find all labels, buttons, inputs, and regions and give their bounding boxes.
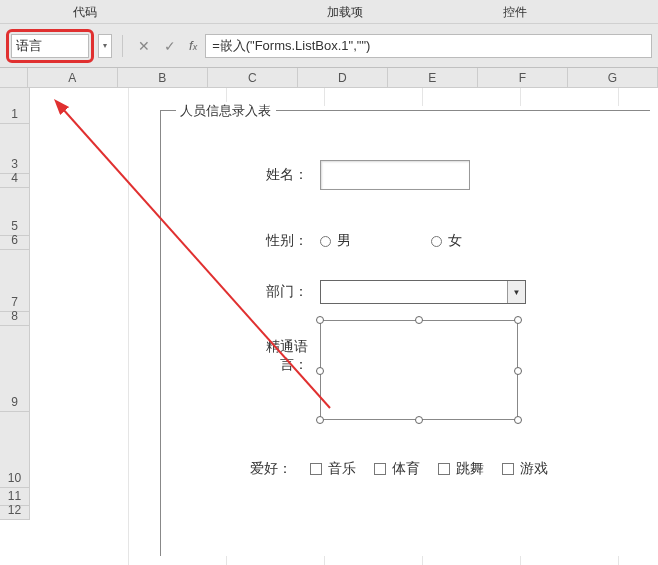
combo-dept[interactable] [320, 280, 526, 304]
formula-input[interactable]: =嵌入("Forms.ListBox.1","") [205, 34, 652, 58]
row-dept: 部门： [242, 280, 526, 304]
resize-handle[interactable] [316, 316, 324, 324]
check-sport-label: 体育 [392, 460, 420, 478]
col-header-A[interactable]: A [28, 68, 118, 87]
cancel-icon[interactable]: ✕ [133, 35, 155, 57]
form-border [276, 110, 650, 111]
row-header-4[interactable]: 4 [0, 174, 30, 188]
checkbox-icon [502, 463, 514, 475]
form-border [160, 110, 161, 556]
check-music-label: 音乐 [328, 460, 356, 478]
input-name[interactable] [320, 160, 470, 190]
resize-handle[interactable] [415, 416, 423, 424]
row-header-6[interactable]: 6 [0, 236, 30, 250]
radio-male[interactable]: 男 [320, 232, 351, 250]
ribbon-tab-addins[interactable]: 加载项 [260, 0, 430, 23]
confirm-icon[interactable]: ✓ [159, 35, 181, 57]
row-lang: 精通语言： [242, 338, 308, 374]
check-music[interactable]: 音乐 [310, 460, 356, 478]
row-name: 姓名： [242, 160, 470, 190]
check-dance[interactable]: 跳舞 [438, 460, 484, 478]
sheet-area: A B C D E F G 13456789101112 人员信息录入表 姓名：… [0, 68, 658, 565]
col-header-B[interactable]: B [118, 68, 208, 87]
label-gender: 性别： [242, 232, 308, 250]
check-dance-label: 跳舞 [456, 460, 484, 478]
radio-icon [431, 236, 442, 247]
row-gender: 性别： 男 女 [242, 232, 462, 250]
gender-group: 男 女 [320, 232, 462, 250]
row-header-12[interactable]: 12 [0, 506, 30, 520]
resize-handle[interactable] [514, 416, 522, 424]
resize-handle[interactable] [316, 416, 324, 424]
ribbon-tabs: 代码 加载项 控件 [0, 0, 658, 24]
radio-male-label: 男 [337, 232, 351, 250]
listbox-language[interactable] [320, 320, 518, 420]
check-game-label: 游戏 [520, 460, 548, 478]
label-hobby: 爱好： [242, 460, 292, 478]
chevron-down-icon: ▾ [103, 41, 107, 50]
row-header-8[interactable]: 8 [0, 312, 30, 326]
ribbon-tab-controls[interactable]: 控件 [430, 0, 600, 23]
radio-female[interactable]: 女 [431, 232, 462, 250]
check-sport[interactable]: 体育 [374, 460, 420, 478]
combo-dept-input[interactable] [321, 281, 507, 303]
column-headers: A B C D E F G [0, 68, 658, 88]
separator [122, 35, 123, 57]
resize-handle[interactable] [514, 316, 522, 324]
col-header-F[interactable]: F [478, 68, 568, 87]
name-box-highlight: 语言 [6, 29, 94, 63]
col-header-C[interactable]: C [208, 68, 298, 87]
radio-icon [320, 236, 331, 247]
form-panel: 人员信息录入表 姓名： 性别： 男 女 部门： [160, 106, 650, 556]
resize-handle[interactable] [514, 367, 522, 375]
row-headers: 13456789101112 [0, 88, 30, 520]
label-dept: 部门： [242, 283, 308, 301]
resize-handle[interactable] [415, 316, 423, 324]
name-box-dropdown[interactable]: ▾ [98, 34, 112, 58]
name-box[interactable]: 语言 [11, 34, 89, 58]
check-game[interactable]: 游戏 [502, 460, 548, 478]
form-border [160, 110, 176, 111]
row-header-3[interactable]: 3 [0, 124, 30, 174]
col-header-D[interactable]: D [298, 68, 388, 87]
checkbox-icon [374, 463, 386, 475]
row-header-10[interactable]: 10 [0, 412, 30, 488]
formula-bar: 语言 ▾ ✕ ✓ fx =嵌入("Forms.ListBox.1","") [0, 24, 658, 68]
row-header-7[interactable]: 7 [0, 250, 30, 312]
resize-handle[interactable] [316, 367, 324, 375]
row-hobby: 爱好： 音乐 体育 跳舞 游戏 [242, 460, 548, 478]
select-all-corner[interactable] [0, 68, 28, 87]
fx-icon[interactable]: fx [189, 38, 197, 53]
checkbox-icon [310, 463, 322, 475]
form-title: 人员信息录入表 [178, 102, 273, 120]
col-header-G[interactable]: G [568, 68, 658, 87]
row-header-9[interactable]: 9 [0, 326, 30, 412]
row-header-5[interactable]: 5 [0, 188, 30, 236]
ribbon-tab-code[interactable]: 代码 [0, 0, 170, 23]
checkbox-icon [438, 463, 450, 475]
radio-female-label: 女 [448, 232, 462, 250]
col-header-E[interactable]: E [388, 68, 478, 87]
row-header-1[interactable]: 1 [0, 88, 30, 124]
label-name: 姓名： [242, 166, 308, 184]
label-lang: 精通语言： [242, 338, 308, 374]
combo-dept-button[interactable] [507, 281, 525, 303]
